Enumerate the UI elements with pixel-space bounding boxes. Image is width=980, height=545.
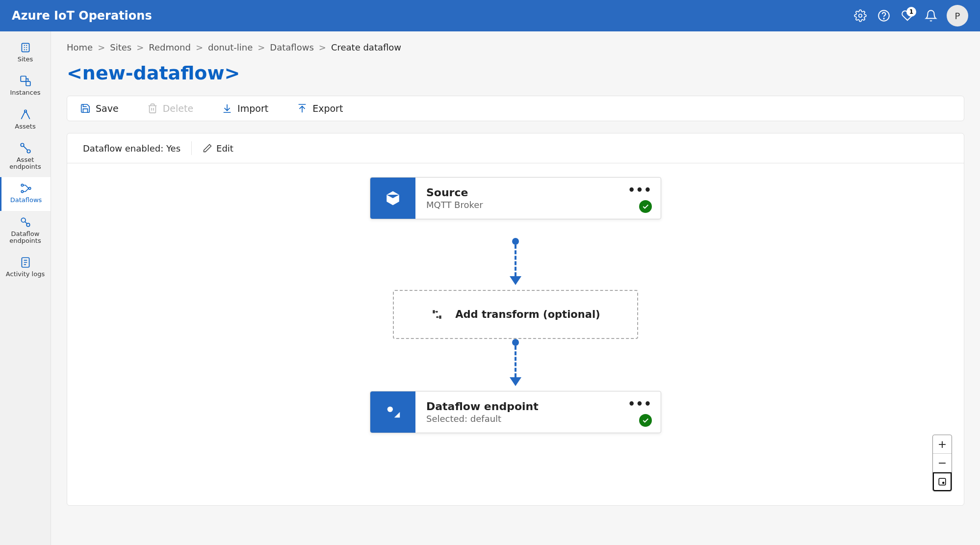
more-icon[interactable]: ••• (628, 397, 652, 411)
svg-rect-16 (939, 478, 946, 485)
sidebar-item-activity-logs[interactable]: Activity logs (0, 251, 51, 285)
sidebar-item-label: Dataflow endpoints (2, 231, 49, 245)
connector-arrow (510, 377, 521, 386)
avatar[interactable]: P (947, 5, 968, 26)
divider (191, 141, 192, 155)
svg-point-9 (21, 184, 23, 186)
zoom-controls: + − (932, 435, 952, 492)
svg-point-11 (28, 187, 30, 189)
sidebar: Sites Instances Assets Asset endpoints D… (0, 31, 51, 545)
add-transform-button[interactable]: Add transform (optional) (393, 290, 638, 339)
settings-icon[interactable] (849, 4, 872, 27)
delete-label: Delete (163, 103, 193, 114)
breadcrumb-link[interactable]: Sites (110, 42, 131, 52)
toolbar: Save Delete Import Export (67, 96, 964, 121)
svg-point-15 (387, 407, 393, 412)
app-header: Azure IoT Operations 1 P (0, 0, 980, 31)
brand-title: Azure IoT Operations (12, 9, 152, 23)
zoom-out-button[interactable]: − (933, 454, 952, 472)
export-label: Export (312, 103, 343, 114)
zoom-in-button[interactable]: + (933, 435, 952, 454)
source-title: Source (426, 186, 650, 199)
feedback-icon[interactable]: 1 (896, 4, 919, 27)
svg-point-10 (21, 191, 23, 193)
delete-button: Delete (147, 103, 193, 114)
connector-line (515, 346, 516, 377)
breadcrumb-link[interactable]: Dataflows (270, 42, 313, 52)
save-label: Save (96, 103, 119, 114)
breadcrumb-link[interactable]: Home (67, 42, 93, 52)
more-icon[interactable]: ••• (628, 183, 652, 197)
svg-point-0 (859, 14, 862, 18)
source-subtitle: MQTT Broker (426, 200, 650, 210)
status-row: Dataflow enabled: Yes Edit (67, 133, 964, 163)
sidebar-item-dataflows[interactable]: Dataflows (0, 177, 51, 210)
page-title: <new-dataflow> (67, 62, 964, 84)
endpoint-icon (370, 391, 415, 433)
sidebar-item-label: Sites (18, 56, 33, 63)
svg-rect-4 (21, 77, 26, 82)
edit-label: Edit (216, 143, 233, 154)
sidebar-item-asset-endpoints[interactable]: Asset endpoints (0, 137, 51, 178)
sidebar-item-label: Activity logs (6, 271, 45, 278)
endpoint-title: Dataflow endpoint (426, 400, 650, 413)
check-icon (639, 414, 652, 427)
svg-rect-3 (22, 43, 29, 52)
edit-button[interactable]: Edit (203, 143, 233, 154)
zoom-fit-button[interactable] (933, 472, 952, 491)
breadcrumb: Home> Sites> Redmond> donut-line> Datafl… (67, 42, 964, 52)
svg-point-6 (24, 110, 26, 112)
svg-point-2 (883, 18, 884, 19)
sidebar-item-instances[interactable]: Instances (0, 70, 51, 103)
source-node[interactable]: Source MQTT Broker ••• (370, 177, 661, 219)
svg-point-12 (21, 218, 26, 222)
check-icon (639, 200, 652, 213)
cube-icon (370, 178, 415, 219)
main-content: Home> Sites> Redmond> donut-line> Datafl… (51, 31, 980, 545)
save-button[interactable]: Save (80, 103, 119, 114)
export-button[interactable]: Export (297, 103, 343, 114)
dataflow-enabled-label: Dataflow enabled: Yes (83, 143, 181, 154)
avatar-initial: P (955, 11, 960, 21)
notification-badge: 1 (906, 7, 916, 17)
import-button[interactable]: Import (222, 103, 268, 114)
notification-icon[interactable] (919, 4, 943, 27)
sidebar-item-sites[interactable]: Sites (0, 36, 51, 70)
transform-icon (431, 308, 443, 321)
svg-rect-5 (26, 81, 30, 86)
svg-point-17 (943, 482, 944, 484)
transform-label: Add transform (optional) (455, 309, 600, 320)
sidebar-item-assets[interactable]: Assets (0, 104, 51, 137)
sidebar-item-label: Assets (15, 123, 35, 130)
sidebar-item-dataflow-endpoints[interactable]: Dataflow endpoints (0, 211, 51, 252)
endpoint-node[interactable]: Dataflow endpoint Selected: default ••• (370, 391, 661, 433)
help-icon[interactable] (872, 4, 896, 27)
canvas-card: Dataflow enabled: Yes Edit Source MQTT B… (67, 133, 964, 506)
connector-arrow (510, 276, 521, 285)
import-label: Import (237, 103, 268, 114)
breadcrumb-link[interactable]: Redmond (149, 42, 191, 52)
connector-dot (512, 238, 519, 245)
breadcrumb-link[interactable]: donut-line (208, 42, 253, 52)
connector-line (515, 245, 516, 276)
connector-dot (512, 339, 519, 346)
dataflow-canvas[interactable]: Source MQTT Broker ••• Add transform (op… (67, 163, 964, 501)
sidebar-item-label: Dataflows (10, 197, 42, 204)
sidebar-item-label: Instances (10, 89, 40, 96)
endpoint-subtitle: Selected: default (426, 414, 650, 424)
breadcrumb-current: Create dataflow (331, 42, 401, 52)
sidebar-item-label: Asset endpoints (2, 156, 49, 171)
